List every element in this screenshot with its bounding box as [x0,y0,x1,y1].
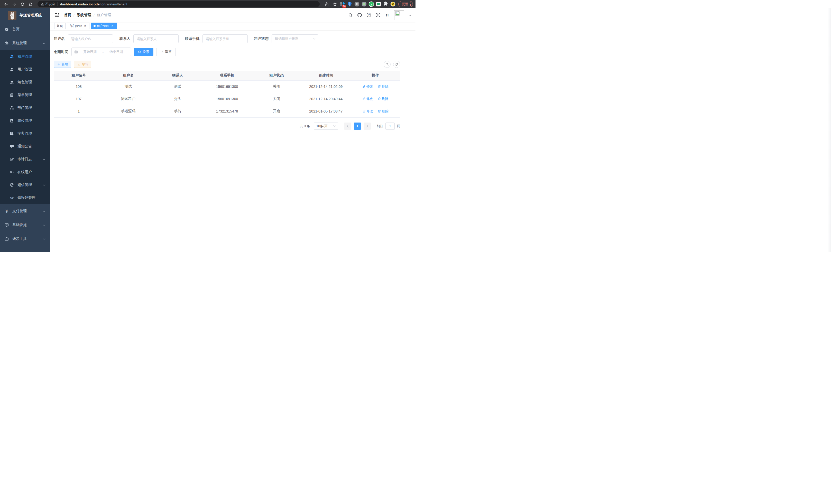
sidebar-item-tenant[interactable]: 租户管理 [0,50,50,63]
cell-phone: 15601691300 [202,93,252,105]
extension-record-icon[interactable] [361,1,367,7]
tenant-name-input[interactable] [68,34,113,43]
tab-dept[interactable]: 部门管理 × [67,23,89,29]
avatar-caret-icon[interactable] [409,14,411,17]
create-time-range-picker[interactable]: 开始日期 - 结束日期 [71,48,131,56]
sidebar-item-home[interactable]: 首页 [0,22,50,36]
sidebar-item-devtools[interactable]: 研发工具 [0,232,50,246]
bookmark-star-icon[interactable] [332,1,338,7]
extension-yuque-icon[interactable]: y [369,1,374,7]
extension-command-icon[interactable]: ⌘ [354,1,360,7]
browser-menu-kebab-icon[interactable] [410,3,411,6]
edit-link[interactable]: 修改 [362,97,373,101]
toggle-search-button[interactable] [384,61,391,68]
sidebar-item-label: 错误码管理 [18,196,46,200]
delete-link[interactable]: 删除 [378,84,389,89]
col-status: 租户状态 [252,71,301,80]
edit-link[interactable]: 修改 [362,109,373,114]
sidebar-item-label: 审计日志 [18,157,39,161]
sidebar-item-online-user[interactable]: 在线用户 [0,166,50,179]
breadcrumb-system[interactable]: 系统管理 [77,13,91,18]
extension-kite-icon[interactable] [347,1,352,7]
cell-tenant-name: 测试租户 [103,93,153,105]
help-icon[interactable]: ? [366,12,371,18]
cell-actions: 修改删除 [351,105,400,117]
tab-tenant[interactable]: 租户管理 × [91,23,117,29]
sidebar-fold-icon[interactable] [54,12,59,18]
delete-link-label: 删除 [382,109,389,114]
sidebar-item-label: 用户管理 [18,67,46,72]
next-page-button[interactable] [364,122,371,130]
header-search-icon[interactable] [348,12,353,18]
tab-close-icon[interactable]: × [111,24,114,28]
dashboard-icon [5,27,9,31]
phone-input[interactable] [202,34,248,43]
reset-button-label: 重置 [165,50,172,54]
refresh-table-button[interactable] [393,61,400,68]
browser-reload-icon[interactable] [19,1,26,7]
date-range-separator: - [102,50,104,54]
url-domain[interactable]: dashboard.yudao.iocoder.cn [60,2,106,6]
sidebar-item-infra[interactable]: 基础设施 [0,218,50,232]
status-select[interactable]: 请选择租户状态 [271,34,318,43]
sidebar-item-label: 基础设施 [12,223,39,227]
page-number-current[interactable]: 1 [354,122,361,130]
sidebar-item-menu[interactable]: 菜单管理 [0,89,50,101]
delete-link[interactable]: 删除 [378,97,389,101]
chevron-down-icon [42,238,46,240]
chevron-down-icon [333,125,336,127]
github-icon[interactable] [357,12,362,18]
sidebar-item-sms[interactable]: 短信管理 [0,179,50,191]
sidebar-item-dept[interactable]: 部门管理 [0,101,50,114]
pagination: 共 3 条 10条/页 1 前往 页 [54,122,400,130]
refresh-icon [395,63,398,66]
goto-page-input[interactable] [385,122,395,130]
extension-raindrop-icon[interactable]: 10 [340,1,345,7]
sidebar-logo[interactable]: 芋道管理系统 [0,8,50,22]
page-size-select[interactable]: 10条/页 [314,122,338,130]
browser-home-icon[interactable] [27,1,34,7]
sidebar-item-error-code[interactable]: </> 错误码管理 [0,191,50,204]
browser-forward-icon[interactable] [11,1,18,7]
sidebar-item-post[interactable]: 岗位管理 [0,114,50,127]
browser-back-icon[interactable] [3,1,9,7]
main-area: 首页 / 系统管理 / 租户管理 ? tT [50,8,416,252]
extensions-puzzle-icon[interactable] [383,1,389,7]
breadcrumb-home[interactable]: 首页 [64,13,71,18]
sidebar-item-system[interactable]: 系统管理 [0,36,50,50]
share-icon[interactable] [323,1,330,7]
reset-button[interactable]: 重置 [156,48,176,56]
avatar[interactable] [394,10,404,20]
address-bar[interactable]: 不安全 dashboard.yudao.iocoder.cn /system/t… [37,1,320,7]
prev-page-button[interactable] [344,122,351,130]
sidebar-item-label: 通知公告 [18,144,46,149]
extension-emoji-icon[interactable] [390,1,396,7]
sidebar-item-dict[interactable]: 字典管理 [0,127,50,140]
sidebar-item-audit-log[interactable]: 审计日志 [0,153,50,166]
calendar-icon [74,50,78,54]
delete-link[interactable]: 删除 [378,109,389,114]
security-label[interactable]: 不安全 [46,2,55,6]
fullscreen-icon[interactable] [376,12,380,18]
edit-icon [362,85,366,88]
edit-icon [362,110,366,113]
tab-close-icon[interactable]: × [83,24,87,28]
cell-phone: 15601691300 [202,80,252,93]
url-path[interactable]: /system/tenant [105,2,127,6]
sidebar-item-payment[interactable]: ¥ 支付管理 [0,204,50,218]
sidebar-item-role[interactable]: 角色管理 [0,76,50,89]
add-button[interactable]: 新增 [54,61,71,68]
export-button-label: 导出 [82,62,88,66]
tags-view-bar: 首页 部门管理 × 租户管理 × [50,22,416,30]
extension-chat-icon[interactable] [376,1,381,7]
sidebar-item-user[interactable]: 用户管理 [0,63,50,76]
tab-home[interactable]: 首页 [54,23,65,29]
search-button[interactable]: 搜索 [134,48,153,56]
edit-link[interactable]: 修改 [362,84,373,89]
export-button[interactable]: 导出 [74,61,91,68]
font-size-icon[interactable]: tT [385,12,390,18]
chrome-update-button[interactable]: 更新 [398,1,413,7]
col-phone: 联系手机 [202,71,252,80]
contact-input[interactable] [133,34,179,43]
sidebar-item-notice[interactable]: 通知公告 [0,140,50,153]
